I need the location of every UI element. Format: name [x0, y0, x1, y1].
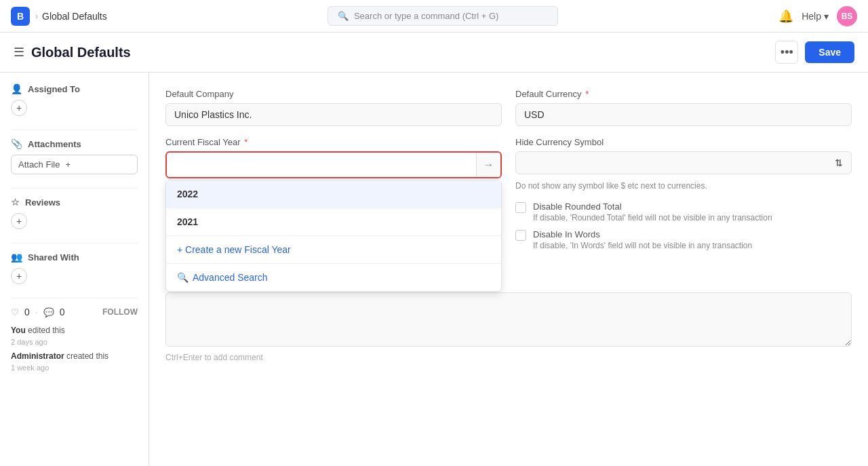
disable-in-words-label: Disable In Words — [533, 229, 752, 239]
disable-in-words-desc: If disable, 'In Words' field will not be… — [533, 241, 752, 250]
comment-icon[interactable]: 💬 — [43, 307, 54, 317]
default-currency-label: Default Currency * — [515, 89, 852, 99]
attach-file-label: Attach File — [18, 159, 60, 170]
shared-with-label: Shared With — [28, 252, 79, 263]
activity-1-time: 2 days ago — [11, 338, 138, 346]
divider-3 — [11, 243, 138, 244]
disable-rounded-total-label: Disable Rounded Total — [533, 201, 772, 212]
disable-in-words-row: Disable In Words If disable, 'In Words' … — [515, 229, 852, 250]
navbar: B › Global Defaults 🔍 Search or type a c… — [0, 0, 868, 33]
follow-button[interactable]: FOLLOW — [102, 307, 138, 317]
avatar[interactable]: BS — [837, 6, 857, 26]
assigned-to-label: Assigned To — [28, 84, 80, 94]
fiscal-year-arrow-button[interactable]: → — [476, 153, 500, 177]
activity-1-user: You — [11, 326, 26, 335]
heart-icon[interactable]: ♡ — [11, 307, 19, 317]
hide-currency-symbol-label: Hide Currency Symbol — [515, 137, 852, 147]
search-bar[interactable]: 🔍 Search or type a command (Ctrl + G) — [328, 6, 558, 26]
breadcrumb-page-name[interactable]: Global Defaults — [42, 11, 107, 22]
assigned-to-section: 👤 Assigned To + — [11, 83, 138, 116]
create-fiscal-year-action[interactable]: + Create a new Fiscal Year — [166, 236, 501, 263]
form-left-column: Default Company Current Fiscal Year * → — [165, 89, 502, 250]
default-company-input[interactable] — [165, 103, 502, 126]
page-header-left: ☰ Global Defaults — [14, 45, 131, 60]
save-button[interactable]: Save — [805, 41, 854, 63]
up-down-icon: ⇅ — [835, 157, 843, 168]
fiscal-year-input-row: → — [165, 151, 502, 178]
dropdown-item-2022[interactable]: 2022 — [166, 180, 501, 208]
paperclip-icon: 📎 — [11, 138, 22, 149]
required-marker: * — [242, 137, 248, 147]
activity-1: You edited this — [11, 326, 138, 335]
bell-icon[interactable]: 🔔 — [778, 9, 793, 24]
hide-currency-symbol-info: Do not show any symbol like $ etc next t… — [515, 181, 852, 191]
fiscal-year-dropdown-menu: 2022 2021 + Create a new Fiscal Year 🔍 A… — [165, 180, 502, 292]
reviews-add-button[interactable]: + — [11, 213, 27, 229]
attach-file-plus-icon: + — [65, 159, 71, 170]
current-fiscal-year-label: Current Fiscal Year * — [165, 137, 502, 147]
comment-count: 0 — [60, 307, 65, 317]
search-icon: 🔍 — [338, 11, 349, 21]
navbar-left: B › Global Defaults — [11, 7, 107, 26]
share-icon: 👥 — [11, 252, 22, 263]
assigned-to-add-button[interactable]: + — [11, 100, 27, 116]
divider-4 — [11, 298, 138, 298]
disable-in-words-content: Disable In Words If disable, 'In Words' … — [533, 229, 752, 250]
attach-file-button[interactable]: Attach File + — [11, 155, 138, 174]
reviews-label: Reviews — [25, 197, 60, 208]
hide-currency-symbol-select[interactable]: ⇅ — [515, 151, 852, 174]
dropdown-item-2021[interactable]: 2021 — [166, 208, 501, 235]
comment-textarea[interactable] — [165, 292, 852, 347]
shared-with-section: 👥 Shared With + — [11, 252, 138, 284]
disable-in-words-checkbox[interactable] — [515, 230, 526, 241]
breadcrumb: › Global Defaults — [35, 11, 107, 22]
activity-bar: ♡ 0 · 💬 0 FOLLOW — [11, 307, 138, 317]
attachments-section: 📎 Attachments Attach File + — [11, 138, 138, 174]
hide-currency-symbol-group: Hide Currency Symbol ⇅ Do not show any s… — [515, 137, 852, 191]
star-icon: ☆ — [11, 197, 20, 208]
shared-with-header: 👥 Shared With — [11, 252, 138, 263]
more-button[interactable]: ••• — [775, 41, 798, 64]
page-title: Global Defaults — [31, 45, 131, 60]
comment-hint: Ctrl+Enter to add comment — [165, 353, 852, 362]
disable-rounded-total-desc: If disable, 'Rounded Total' field will n… — [533, 213, 772, 222]
divider-2 — [11, 188, 138, 189]
app-icon[interactable]: B — [11, 7, 30, 26]
navbar-center: 🔍 Search or type a command (Ctrl + G) — [107, 6, 778, 26]
reviews-section: ☆ Reviews + — [11, 197, 138, 229]
form-right-column: Default Currency * Hide Currency Symbol … — [515, 89, 852, 250]
content-area: Default Company Current Fiscal Year * → — [149, 73, 868, 466]
activity-1-action: edited this — [26, 326, 65, 335]
help-button[interactable]: Help ▾ — [802, 11, 829, 22]
activity-row: ♡ 0 · 💬 0 FOLLOW — [11, 307, 138, 317]
page-header: ☰ Global Defaults ••• Save — [0, 33, 868, 73]
activity-2-time: 1 week ago — [11, 364, 138, 372]
reviews-header: ☆ Reviews — [11, 197, 138, 208]
default-company-group: Default Company — [165, 89, 502, 126]
shared-with-add-button[interactable]: + — [11, 268, 27, 284]
fiscal-year-dropdown-wrapper: → 2022 2021 + Create a new Fiscal Year 🔍 — [165, 151, 502, 178]
advanced-search-action[interactable]: 🔍 Advanced Search — [166, 264, 501, 291]
chevron-down-icon: ▾ — [824, 11, 829, 22]
disable-rounded-total-checkbox[interactable] — [515, 202, 526, 213]
dot-separator: · — [35, 307, 38, 317]
default-currency-group: Default Currency * — [515, 89, 852, 126]
current-fiscal-year-group: Current Fiscal Year * → 2022 2021 + Cr — [165, 137, 502, 178]
advanced-search-label: Advanced Search — [193, 272, 268, 283]
divider-1 — [11, 130, 138, 130]
breadcrumb-separator: › — [35, 12, 38, 21]
hamburger-icon[interactable]: ☰ — [14, 45, 24, 60]
attachments-header: 📎 Attachments — [11, 138, 138, 149]
attachments-label: Attachments — [28, 139, 81, 149]
disable-rounded-total-row: Disable Rounded Total If disable, 'Round… — [515, 201, 852, 222]
fiscal-year-input[interactable] — [167, 154, 476, 176]
default-currency-input[interactable] — [515, 103, 852, 126]
activity-log: You edited this 2 days ago Administrator… — [11, 326, 138, 372]
currency-required-marker: * — [583, 89, 589, 99]
person-icon: 👤 — [11, 83, 22, 94]
main-layout: 👤 Assigned To + 📎 Attachments Attach Fil… — [0, 73, 868, 466]
help-label: Help — [802, 11, 821, 22]
search-placeholder-text: Search or type a command (Ctrl + G) — [354, 11, 499, 21]
checkbox-group: Disable Rounded Total If disable, 'Round… — [515, 201, 852, 250]
navbar-right: 🔔 Help ▾ BS — [778, 6, 857, 26]
